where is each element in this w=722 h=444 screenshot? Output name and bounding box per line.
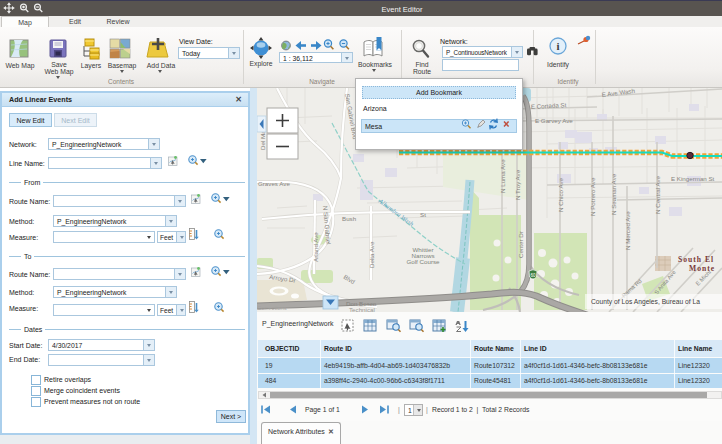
svg-text:Graves Ave: Graves Ave bbox=[258, 180, 290, 187]
svg-text:Corrections: Corrections bbox=[257, 305, 287, 311]
svg-text:N Luma Ave: N Luma Ave bbox=[499, 159, 506, 193]
svg-text:N Central Ave: N Central Ave bbox=[654, 175, 661, 214]
svg-text:N Merced Ave: N Merced Ave bbox=[624, 211, 631, 250]
svg-text:Monte: Monte bbox=[689, 264, 715, 273]
svg-text:Golf Course: Golf Course bbox=[406, 258, 440, 265]
svg-text:County of Los Angeles, Bureau: County of Los Angeles, Bureau of La bbox=[591, 298, 700, 306]
svg-text:E Kingerman St: E Kingerman St bbox=[671, 175, 715, 182]
svg-text:Delta Ave: Delta Ave bbox=[368, 241, 375, 268]
svg-text:N Seaman Ave: N Seaman Ave bbox=[610, 173, 617, 215]
svg-text:N Troy Ave: N Troy Ave bbox=[514, 169, 521, 200]
svg-text:Center Dr: Center Dr bbox=[517, 231, 524, 258]
svg-text:N Potrero Ave: N Potrero Ave bbox=[589, 177, 596, 216]
svg-text:St: St bbox=[420, 211, 426, 218]
svg-text:60: 60 bbox=[530, 273, 536, 278]
svg-text:Bush: Bush bbox=[342, 215, 357, 222]
svg-text:South El: South El bbox=[678, 255, 714, 264]
svg-text:Arland Ave: Arland Ave bbox=[312, 232, 319, 262]
svg-text:E Garvey Ave: E Garvey Ave bbox=[535, 117, 573, 124]
svg-text:N Chico Ave: N Chico Ave bbox=[557, 178, 564, 212]
